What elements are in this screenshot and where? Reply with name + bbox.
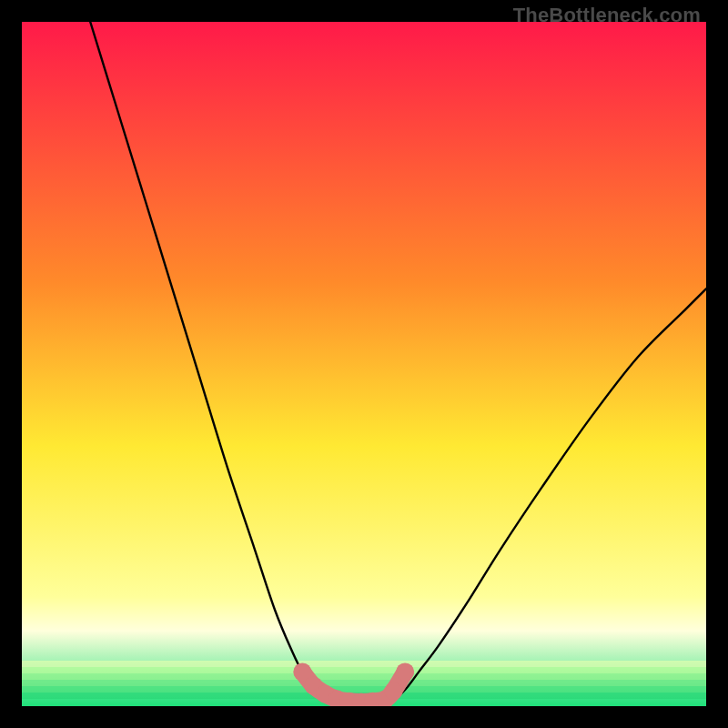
bottom-band	[22, 667, 706, 673]
bottom-band	[22, 661, 706, 667]
trough-marker-dot	[384, 682, 402, 700]
watermark-text: TheBottleneck.com	[513, 4, 701, 27]
plot-area	[22, 22, 706, 706]
outer-frame: TheBottleneck.com	[0, 0, 728, 728]
chart-svg	[22, 22, 706, 706]
bottom-band	[22, 673, 706, 680]
bottom-band	[22, 680, 706, 686]
gradient-background	[22, 22, 706, 706]
bottom-band	[22, 686, 706, 693]
trough-marker-dot	[396, 662, 414, 681]
